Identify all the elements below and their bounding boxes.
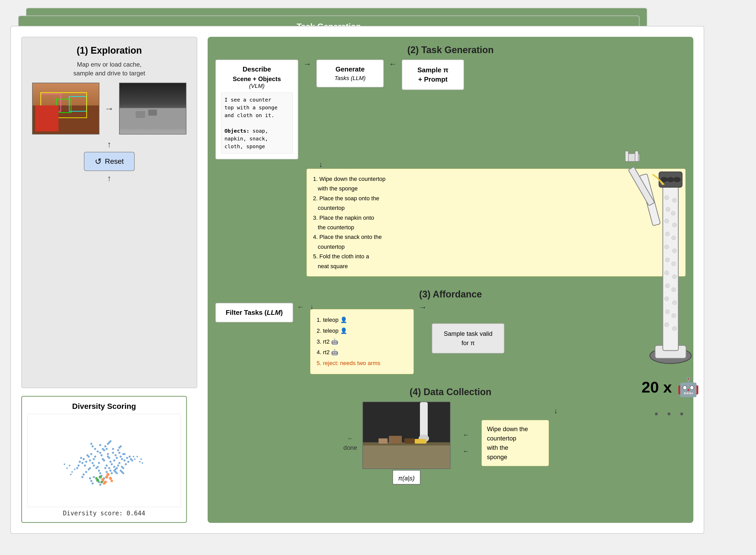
svg-point-7 (107, 453, 109, 455)
svg-point-88 (76, 467, 78, 469)
svg-point-36 (124, 459, 126, 462)
reset-button[interactable]: ↺ Reset (84, 152, 135, 171)
svg-point-149 (665, 310, 669, 314)
down-arrow-to-diversity: ↑ (30, 174, 189, 183)
sample-task-label: Sample task validfor π (444, 330, 492, 346)
svg-point-50 (92, 445, 94, 447)
svg-point-30 (108, 467, 110, 469)
exploration-box: (1) Exploration Map env or load cache,sa… (21, 37, 197, 388)
svg-point-29 (99, 472, 101, 474)
svg-point-79 (78, 465, 80, 467)
svg-point-93 (81, 476, 83, 478)
arrow-from-tasklist: ← (297, 303, 306, 311)
svg-point-61 (80, 457, 82, 459)
svg-rect-157 (635, 151, 638, 161)
robot-count-row: 20 x 🤖 (642, 377, 700, 398)
sample-task-box: Sample task validfor π (432, 324, 504, 353)
afford-list-col: ↓ 1. teleop 👤 2. teleop 👤 3. rt2 🤖 4. rt… (310, 303, 414, 374)
task-label-dc: Wipe down thecountertopwith thesponge (481, 420, 549, 466)
afford-item-4: 4. rt2 🤖 (317, 347, 407, 358)
svg-point-96 (66, 467, 68, 469)
svg-point-5 (113, 459, 115, 462)
svg-point-150 (672, 313, 676, 318)
svg-rect-156 (625, 151, 628, 161)
done-label: done (343, 444, 357, 452)
scene-image-1 (32, 83, 99, 134)
svg-point-18 (102, 458, 104, 460)
sample-pi-box: Sample π+ Prompt (402, 59, 464, 90)
arrow-dc-1: ← (463, 431, 469, 439)
svg-rect-120 (363, 443, 451, 469)
svg-point-22 (98, 470, 100, 472)
generate-subtitle: Tasks (LLM) (322, 75, 378, 82)
svg-point-70 (79, 461, 81, 463)
affordance-list: 1. teleop 👤 2. teleop 👤 3. rt2 🤖 4. rt2 … (310, 309, 414, 374)
svg-point-12 (92, 462, 94, 464)
svg-point-118 (95, 477, 98, 480)
svg-point-3 (106, 465, 108, 467)
svg-point-55 (99, 444, 101, 446)
svg-point-101 (70, 474, 72, 475)
svg-point-41 (94, 448, 96, 450)
svg-point-19 (118, 462, 121, 464)
svg-point-109 (101, 478, 104, 481)
robot-count-label: 20 x (642, 378, 672, 396)
svg-point-2 (98, 462, 100, 464)
svg-point-77 (89, 477, 91, 479)
afford-item-2: 2. teleop 👤 (317, 326, 407, 336)
generate-title: Generate (322, 65, 378, 73)
svg-point-9 (111, 463, 113, 465)
scatter-plot (27, 414, 181, 507)
robot-arm-image (616, 133, 725, 366)
svg-point-151 (665, 323, 669, 327)
svg-point-47 (109, 470, 111, 472)
svg-point-48 (87, 454, 89, 456)
svg-point-113 (103, 482, 105, 485)
afford-item-3: 3. rt2 🤖 (317, 336, 407, 347)
svg-point-112 (106, 473, 109, 476)
svg-point-58 (124, 453, 126, 455)
svg-point-137 (665, 232, 669, 236)
svg-point-142 (672, 262, 676, 266)
svg-point-94 (122, 472, 124, 474)
svg-point-147 (665, 297, 669, 301)
svg-point-98 (69, 465, 70, 466)
svg-point-35 (85, 461, 87, 463)
svg-point-6 (93, 458, 95, 460)
svg-point-25 (121, 458, 123, 460)
svg-point-134 (671, 211, 675, 215)
svg-point-17 (109, 461, 111, 463)
svg-point-27 (117, 465, 119, 467)
svg-point-161 (673, 177, 681, 182)
svg-point-37 (102, 448, 104, 450)
diversity-score: Diversity score: 0.644 (27, 510, 181, 517)
describe-scene-box: Describe Scene + Objects (VLM) I see a c… (216, 59, 298, 159)
svg-point-45 (104, 445, 106, 447)
generate-tasks-box: Generate Tasks (LLM) (316, 59, 384, 87)
svg-point-92 (116, 472, 118, 474)
diversity-box: Diversity Scoring (21, 396, 187, 523)
reset-icon: ↺ (95, 157, 102, 166)
svg-point-38 (106, 471, 108, 473)
svg-point-56 (111, 472, 113, 474)
svg-point-160 (667, 177, 674, 182)
robot-side: 20 x 🤖 • • • (596, 31, 746, 420)
svg-point-24 (93, 465, 95, 467)
svg-point-16 (95, 467, 97, 469)
svg-point-138 (672, 236, 676, 240)
svg-point-69 (117, 449, 119, 452)
diversity-title: Diversity Scoring (27, 402, 181, 411)
arrow-from-sample: ↓ (554, 401, 558, 415)
svg-point-148 (672, 301, 676, 305)
svg-point-68 (93, 476, 95, 478)
svg-point-13 (104, 467, 106, 469)
up-arrow: ↑ (30, 140, 189, 149)
svg-point-102 (134, 458, 135, 460)
arrow-dc-2: ← (463, 447, 469, 455)
svg-point-59 (90, 443, 92, 445)
svg-point-89 (131, 459, 133, 462)
svg-point-131 (665, 196, 669, 200)
svg-rect-126 (379, 438, 388, 443)
svg-point-99 (74, 469, 76, 470)
svg-point-51 (118, 452, 121, 454)
